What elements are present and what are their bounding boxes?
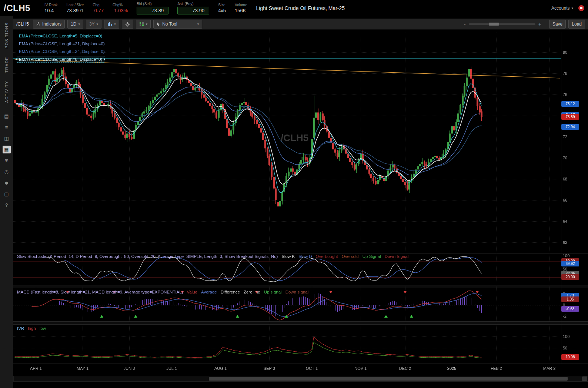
down-signal-label: Down Signal <box>385 254 409 259</box>
scrollbar-button[interactable] <box>582 377 587 381</box>
field-size: Size 4x5 <box>218 3 226 13</box>
ema-34-legend[interactable]: EMA (Price=CLOSE, Length=34, Displace=0) <box>17 49 107 54</box>
ema-legend: EMA (Price=CLOSE, Length=5, Displace=0) … <box>17 33 107 62</box>
field-chg-pct: Chg% -1.03% <box>113 3 128 13</box>
ema-21-legend[interactable]: EMA (Price=CLOSE, Length=21, Displace=0) <box>17 41 107 47</box>
zoom-slider[interactable] <box>469 23 535 25</box>
indicators-label: Indicators <box>42 21 61 27</box>
symbol-title: /CLH5 <box>4 3 36 13</box>
gear-icon <box>125 22 130 27</box>
macd-legend[interactable]: MACD (Fast length=8, Slow length=21, MAC… <box>17 290 308 294</box>
header-right: Accounts ▾ <box>551 5 584 11</box>
sidebar-tab-trade[interactable]: TRADE <box>4 57 9 73</box>
quote-header: /CLH5 IV Rank 10.4 Last / Size 73.89 /1 … <box>0 0 588 16</box>
field-value: -1.03% <box>113 8 128 13</box>
toolbar-symbol: /CLH5 <box>16 21 29 27</box>
notifications-icon[interactable] <box>578 5 584 11</box>
stochastic-legend[interactable]: Slow Stochastic (K Period=14, D Period=9… <box>17 254 408 259</box>
drawing-tool-dropdown[interactable]: No Tool ▾ <box>153 20 202 29</box>
field-label: Size <box>218 3 226 7</box>
chart-area: EMA (Price=CLOSE, Length=5, Displace=0) … <box>13 32 588 375</box>
ivr-high-label: high <box>28 326 36 331</box>
zoom-in-button[interactable]: + <box>538 21 541 27</box>
field-label: IV Rank <box>44 3 58 7</box>
average-label: Average <box>201 290 217 294</box>
field-label: Chg <box>93 3 104 7</box>
oversold-label: Oversold <box>342 254 359 259</box>
field-label: Bid (Sell) <box>137 2 168 6</box>
package-icon[interactable]: ▢ <box>3 190 11 198</box>
clock-icon[interactable]: ◷ <box>3 168 11 176</box>
help-icon[interactable]: ? <box>3 201 11 209</box>
left-sidebar: POSITIONS TRADE ACTIVITY ▤ ≡ ◫ ▦ ⊞ ◷ ☻ ▢… <box>0 16 13 388</box>
ema-8-legend-selected[interactable]: EMA (Price=CLOSE, Length=8, Displace=0) <box>17 56 104 62</box>
zoom-control: - + <box>464 21 541 27</box>
difference-label: Difference <box>221 290 240 294</box>
grid-chart-icon[interactable]: ▦ <box>3 146 11 153</box>
field-label: Last / Size <box>67 3 84 7</box>
save-button[interactable]: Save <box>549 20 566 29</box>
chart-panel: /CLH5 Indicators 1D ▾ 3Y ▾ ▾ <box>13 16 588 388</box>
up-signal-label: Up signal <box>264 290 282 294</box>
accounts-label: Accounts <box>551 6 569 11</box>
ivr-title: IVR <box>17 326 24 331</box>
sidebar-tab-positions[interactable]: POSITIONS <box>4 22 9 49</box>
indicators-button[interactable]: Indicators <box>33 20 65 29</box>
chevron-down-icon: ▾ <box>197 22 199 26</box>
field-label: Volume <box>235 3 247 7</box>
apps-icon[interactable]: ⊞ <box>3 157 11 165</box>
chart-scrollbar[interactable] <box>13 376 588 382</box>
trading-app: /CLH5 IV Rank 10.4 Last / Size 73.89 /1 … <box>0 0 588 388</box>
timeframe-label: 1D <box>71 21 76 27</box>
ask-button[interactable]: 73.90 <box>177 7 209 14</box>
chevron-down-icon: ▾ <box>146 22 148 26</box>
field-last-size: Last / Size 73.89 /1 <box>67 3 84 13</box>
slow-k-label: Slow K <box>281 254 295 259</box>
settings-button[interactable] <box>122 20 133 29</box>
scrollbar-handle[interactable] <box>209 377 568 381</box>
chevron-down-icon: ▾ <box>571 6 573 10</box>
sidebar-icons: ▤ ≡ ◫ ▦ ⊞ ◷ ☻ ▢ ? <box>3 112 11 209</box>
field-volume: Volume 156K <box>235 3 247 13</box>
pattern-grid-icon <box>139 22 144 26</box>
chevron-down-icon: ▾ <box>114 22 116 26</box>
ema-5-legend[interactable]: EMA (Price=CLOSE, Length=5, Displace=0) <box>17 33 104 39</box>
field-bid: Bid (Sell) 73.89 <box>137 2 168 14</box>
main-area: POSITIONS TRADE ACTIVITY ▤ ≡ ◫ ▦ ⊞ ◷ ☻ ▢… <box>0 16 588 388</box>
field-value: 4x5 <box>218 8 226 13</box>
flask-icon <box>36 22 40 26</box>
range-dropdown[interactable]: 3Y ▾ <box>86 20 101 29</box>
stochastic-title: Slow Stochastic (K Period=14, D Period=9… <box>17 254 278 259</box>
list-icon[interactable]: ≡ <box>3 123 11 131</box>
zoom-slider-handle[interactable] <box>489 23 499 26</box>
chart-toolbar: /CLH5 Indicators 1D ▾ 3Y ▾ ▾ <box>13 19 588 30</box>
field-value: 10.4 <box>44 8 58 13</box>
chart-canvas[interactable] <box>13 32 588 375</box>
chart-type-dropdown[interactable]: ▾ <box>104 20 119 29</box>
field-ask: Ask (Buy) 73.90 <box>177 2 209 14</box>
field-value: -0.77 <box>93 8 104 13</box>
last-size-suffix: /1 <box>80 8 84 13</box>
field-label: Ask (Buy) <box>177 2 209 6</box>
field-value: 73.89 /1 <box>67 8 84 13</box>
cursor-icon <box>157 22 160 26</box>
zoom-out-button[interactable]: - <box>464 21 466 27</box>
load-button[interactable]: Load <box>568 20 585 29</box>
sidebar-tab-activity[interactable]: ACTIVITY <box>4 81 9 103</box>
accounts-dropdown[interactable]: Accounts ▾ <box>551 6 573 11</box>
pattern-tool-dropdown[interactable]: ▾ <box>136 20 151 29</box>
chart-type-icon <box>107 22 112 26</box>
monitor-icon[interactable]: ▤ <box>3 112 11 120</box>
slow-d-label: Slow D <box>298 254 312 259</box>
up-signal-label: Up Signal <box>363 254 381 259</box>
chevron-down-icon: ▾ <box>97 22 98 26</box>
contract-description: Light Sweet Crude Oil Futures, Mar-25 <box>256 5 345 11</box>
timeframe-dropdown[interactable]: 1D ▾ <box>67 20 83 29</box>
bid-button[interactable]: 73.89 <box>137 7 168 14</box>
down-signal-label: Down signal <box>285 290 309 294</box>
chart-icon[interactable]: ◫ <box>3 135 11 142</box>
people-icon[interactable]: ☻ <box>3 179 11 187</box>
chevron-down-icon: ▾ <box>78 22 80 26</box>
ivr-legend[interactable]: IVR high low <box>17 326 46 331</box>
value-label: Value <box>187 290 198 294</box>
